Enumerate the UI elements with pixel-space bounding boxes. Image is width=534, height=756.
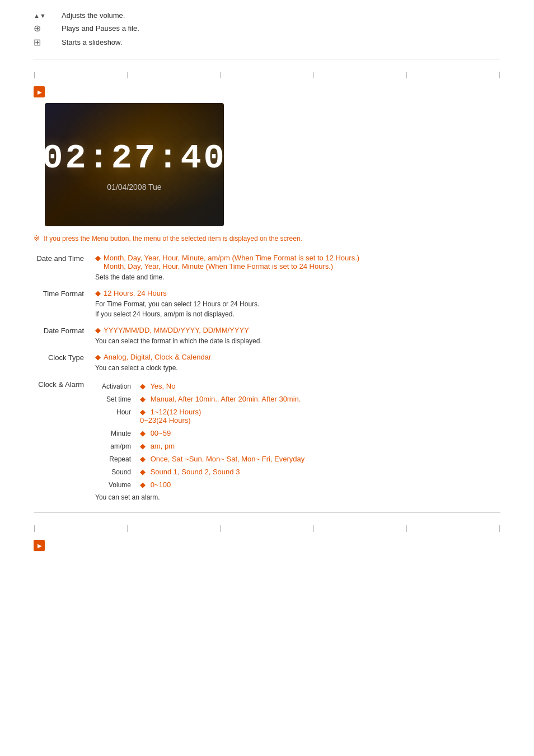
timeformat-label: Time Format: [34, 289, 95, 298]
timeformat-content: ◆ 12 Hours, 24 Hours For Time Format, yo…: [95, 289, 500, 319]
hour-label: Hour: [95, 408, 140, 416]
datetime-desc: Sets the date and time.: [95, 272, 500, 282]
icon-row-slideshow: ⊞ Starts a slideshow.: [34, 37, 500, 48]
hour-value: 1~12(12 Hours)0~23(24 Hours): [140, 408, 201, 424]
play-pause-icon: ⊕: [34, 23, 62, 34]
bullet-icon: ◆: [95, 353, 101, 361]
clock-time: 02:27:40: [45, 138, 224, 178]
alarm-label: Clock & Alarm: [34, 380, 95, 389]
settime-value: Manual, After 10min., After 20min. After…: [151, 395, 301, 403]
hour-content: ◆ 1~12(12 Hours)0~23(24 Hours): [140, 408, 201, 424]
alarm-desc: You can set an alarm.: [95, 493, 500, 501]
play-icon-row: [34, 86, 500, 97]
bullet-icon: ◆: [95, 289, 101, 297]
alarm-sound-row: Sound ◆ Sound 1, Sound 2, Sound 3: [95, 468, 500, 476]
datetime-bullet-text: Month, Day, Year, Hour, Minute, am/pm (W…: [104, 254, 359, 270]
timeformat-bullet-line: ◆ 12 Hours, 24 Hours: [95, 289, 500, 297]
dateformat-content: ◆ YYYY/MM/DD, MM/DD/YYYY, DD/MM/YYYY You…: [95, 326, 500, 346]
settings-row-datetime: Date and Time ◆ Month, Day, Year, Hour, …: [34, 254, 500, 282]
datetime-label: Date and Time: [34, 254, 95, 263]
datetime-content: ◆ Month, Day, Year, Hour, Minute, am/pm …: [95, 254, 500, 282]
bottom-section-play-icon: [34, 540, 45, 551]
bullet-icon: ◆: [140, 442, 146, 450]
nav-pipe-6: |: [499, 71, 500, 78]
bottom-nav-pipe-4: |: [313, 524, 315, 532]
ampm-content: ◆ am, pm: [140, 442, 175, 450]
top-divider: [34, 59, 500, 59]
up-down-arrow-icon: ▲▼: [34, 12, 62, 19]
alarm-volume-row: Volume ◆ 0~100: [95, 480, 500, 489]
dateformat-desc: You can select the format in which the d…: [95, 336, 500, 346]
icon-row-volume: ▲▼ Adjusts the volume.: [34, 11, 500, 20]
clocktype-bullet-line: ◆ Analog, Digital, Clock & Calendar: [95, 353, 500, 361]
volume-description: Adjusts the volume.: [62, 11, 125, 20]
nav-bar-bottom: | | | | | |: [34, 522, 500, 534]
clocktype-label: Clock Type: [34, 353, 95, 362]
bullet-icon: ◆: [140, 455, 146, 463]
datetime-bullet-line: ◆ Month, Day, Year, Hour, Minute, am/pm …: [95, 254, 500, 270]
alarm-repeat-row: Repeat ◆ Once, Sat ~Sun, Mon~ Sat, Mon~ …: [95, 455, 500, 463]
timeformat-desc: For Time Format, you can select 12 Hours…: [95, 299, 500, 319]
settings-row-alarm: Clock & Alarm Activation ◆ Yes, No Set t…: [34, 380, 500, 501]
alarm-minute-row: Minute ◆ 00~59: [95, 429, 500, 437]
clock-display: 02:27:40 01/04/2008 Tue: [45, 103, 224, 226]
activation-label: Activation: [95, 382, 140, 390]
clocktype-content: ◆ Analog, Digital, Clock & Calendar You …: [95, 353, 500, 373]
nav-pipe-3: |: [219, 71, 221, 78]
repeat-label: Repeat: [95, 455, 140, 463]
bullet-icon: ◆: [140, 468, 146, 476]
bottom-nav-pipe-3: |: [219, 524, 221, 532]
ampm-label: am/pm: [95, 442, 140, 450]
bullet-icon: ◆: [140, 480, 146, 489]
clocktype-bullet-text: Analog, Digital, Clock & Calendar: [104, 353, 211, 361]
minute-value: 00~59: [151, 429, 171, 437]
ampm-value: am, pm: [151, 442, 175, 450]
activation-value: Yes, No: [150, 382, 175, 390]
icon-row-play: ⊕ Plays and Pauses a file.: [34, 23, 500, 34]
bottom-nav-pipe-2: |: [127, 524, 128, 532]
sound-label: Sound: [95, 468, 140, 476]
note-mark: ※: [34, 234, 40, 242]
nav-pipe-2: |: [127, 71, 128, 78]
settings-row-dateformat: Date Format ◆ YYYY/MM/DD, MM/DD/YYYY, DD…: [34, 326, 500, 346]
bullet-icon: ◆: [140, 429, 146, 437]
volume-value: 0~100: [151, 480, 171, 489]
note-text: If you press the Menu button, the menu o…: [44, 235, 302, 242]
play-description: Plays and Pauses a file.: [62, 24, 139, 32]
slideshow-icon: ⊞: [34, 37, 62, 48]
icon-section: ▲▼ Adjusts the volume. ⊕ Plays and Pause…: [34, 11, 500, 48]
bottom-nav-pipe-6: |: [499, 524, 500, 532]
slideshow-description: Starts a slideshow.: [62, 38, 122, 46]
settime-content: ◆ Manual, After 10min., After 20min. Aft…: [140, 395, 301, 403]
bottom-divider: [34, 512, 500, 513]
nav-bar-top: | | | | | |: [34, 68, 500, 81]
sound-content: ◆ Sound 1, Sound 2, Sound 3: [140, 468, 240, 476]
bullet-icon: ◆: [140, 408, 146, 416]
settime-label: Set time: [95, 395, 140, 403]
nav-pipe-5: |: [406, 71, 407, 78]
timeformat-bullet-text: 12 Hours, 24 Hours: [104, 289, 167, 297]
section-play-icon: [34, 86, 45, 97]
repeat-content: ◆ Once, Sat ~Sun, Mon~ Sat, Mon~ Fri, Ev…: [140, 455, 305, 463]
repeat-value: Once, Sat ~Sun, Mon~ Sat, Mon~ Fri, Ever…: [151, 455, 305, 463]
bullet-icon: ◆: [140, 382, 146, 390]
dateformat-bullet-text: YYYY/MM/DD, MM/DD/YYYY, DD/MM/YYYY: [104, 326, 249, 334]
minute-label: Minute: [95, 429, 140, 437]
volume-label: Volume: [95, 480, 140, 489]
clock-date: 01/04/2008 Tue: [107, 183, 161, 192]
bullet-icon: ◆: [95, 326, 101, 334]
bullet-icon: ◆: [95, 254, 101, 262]
settings-row-clocktype: Clock Type ◆ Analog, Digital, Clock & Ca…: [34, 353, 500, 373]
settings-section: Date and Time ◆ Month, Day, Year, Hour, …: [34, 254, 500, 501]
bottom-nav-pipe-1: |: [34, 524, 35, 532]
activation-content: ◆ Yes, No: [140, 382, 175, 390]
alarm-activation-row: Activation ◆ Yes, No: [95, 382, 500, 390]
bottom-play-icon-row: [34, 540, 500, 551]
alarm-settime-row: Set time ◆ Manual, After 10min., After 2…: [95, 395, 500, 403]
alarm-content: Activation ◆ Yes, No Set time ◆ Manual, …: [95, 380, 500, 501]
bottom-nav-pipe-5: |: [406, 524, 407, 532]
dateformat-label: Date Format: [34, 326, 95, 335]
alarm-sub-table: Activation ◆ Yes, No Set time ◆ Manual, …: [95, 382, 500, 489]
clocktype-desc: You can select a clock type.: [95, 363, 500, 373]
bullet-icon: ◆: [140, 395, 146, 403]
